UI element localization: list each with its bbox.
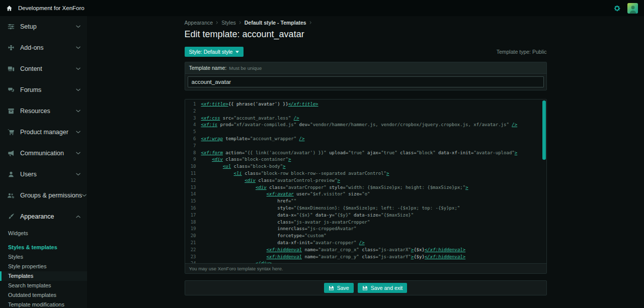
code-line — [201, 129, 540, 136]
sidebar-item-label: Content — [20, 65, 76, 73]
form-actions: Save Save and exit — [185, 280, 547, 295]
sidebar-item-groups-permissions[interactable]: Groups & permissions — [0, 185, 87, 206]
code-line: </div> — [201, 260, 540, 263]
line-number: 7 — [185, 143, 196, 150]
sidebar-subnav: WidgetsStyles & templatesStylesStyle pro… — [0, 227, 87, 308]
line-number: 12 — [185, 177, 196, 184]
code-line: <div class="avatarCropper" style="width:… — [201, 184, 540, 191]
sidebar-item-forums[interactable]: Forums — [0, 79, 87, 100]
forums-icon — [7, 86, 15, 93]
chevron-down-icon — [76, 25, 80, 28]
sidebar-nav: SetupAdd-onsContentForumsResourcesProduc… — [0, 16, 87, 227]
style-selector-label: Style: Default style — [189, 49, 233, 55]
chevron-down-icon — [76, 67, 80, 70]
sidebar-item-setup[interactable]: Setup — [0, 16, 87, 37]
breadcrumb-item[interactable]: Default style - Templates — [245, 20, 306, 26]
chevron-down-icon — [82, 194, 87, 197]
chevron-up-icon — [76, 215, 80, 218]
breadcrumb-item[interactable]: Styles — [221, 20, 236, 26]
line-number: 6 — [185, 136, 196, 143]
user-avatar[interactable] — [627, 3, 638, 14]
home-icon[interactable] — [6, 5, 13, 12]
code-line: <ul class="block-body"> — [201, 163, 540, 170]
chevron-down-icon — [76, 88, 80, 91]
chevron-down-icon — [76, 46, 80, 49]
sidebar-item-widgets[interactable]: Widgets — [0, 229, 87, 238]
template-name-hint: Must be unique — [229, 65, 262, 71]
sidebar-item-outdated-templates[interactable]: Outdated templates — [0, 290, 87, 300]
code-line: <xf:hiddenval name="avatar_crop_x" class… — [201, 247, 540, 254]
sidebar-item-label: Setup — [20, 23, 76, 31]
template-name-input[interactable] — [188, 76, 544, 87]
code-line: <xf:hiddenval name="avatar_crop_y" class… — [201, 254, 540, 261]
code-line: <xf:avatar user="$xf.visitor" size="o" — [201, 191, 540, 198]
sidebar: SetupAdd-onsContentForumsResourcesProduc… — [0, 16, 87, 308]
save-and-exit-button[interactable]: Save and exit — [358, 283, 408, 293]
sidebar-item-communication[interactable]: Communication — [0, 143, 87, 164]
sidebar-item-templates[interactable]: Templates — [0, 271, 87, 281]
sidebar-item-resources[interactable]: Resources — [0, 100, 87, 122]
code-line: data-x="{$x}" data-y="{$y}" data-size="{… — [201, 212, 540, 219]
save-button-label: Save — [337, 285, 349, 291]
app-title[interactable]: Development for XenForo — [18, 5, 85, 11]
line-number: 14 — [185, 191, 196, 198]
editor-gutter: 123456789101112131415161718192021222324 — [185, 99, 199, 263]
chevron-down-icon — [76, 110, 80, 113]
save-icon — [362, 285, 368, 291]
main-content: AppearanceStylesDefault style - Template… — [87, 16, 644, 308]
code-line: <div class="block-container"> — [201, 156, 540, 163]
line-number: 4 — [185, 122, 196, 129]
save-icon — [329, 285, 334, 291]
code-line: <xf:title>{{ phrase('avatar') }}</xf:tit… — [201, 101, 540, 108]
line-number: 19 — [185, 226, 196, 233]
line-number: 10 — [185, 163, 196, 170]
sidebar-item-styles-templates[interactable]: Styles & templates — [0, 243, 87, 252]
sidebar-item-label: Forums — [20, 86, 76, 94]
sidebar-item-styles[interactable]: Styles — [0, 252, 87, 262]
line-number: 24 — [185, 260, 196, 263]
puzzle-icon — [7, 44, 15, 51]
sidebar-item-search-templates[interactable]: Search templates — [0, 281, 87, 290]
chevron-right-icon — [216, 21, 218, 25]
template-name-header: Template name:Must be unique — [185, 62, 546, 74]
resources-icon — [7, 108, 15, 115]
line-number: 2 — [185, 108, 196, 115]
code-line — [201, 143, 540, 150]
line-number: 9 — [185, 156, 196, 163]
line-number: 17 — [185, 212, 196, 219]
sidebar-item-label: Add-ons — [20, 44, 76, 52]
megaphone-icon — [7, 150, 15, 157]
save-button[interactable]: Save — [324, 283, 354, 293]
code-line: innerclass="js-croppedAvatar" — [201, 226, 540, 233]
sidebar-item-content[interactable]: Content — [0, 58, 87, 79]
sidebar-item-product-manager[interactable]: Product manager — [0, 122, 87, 143]
sidebar-item-appearance[interactable]: Appearance — [0, 206, 87, 227]
chevron-right-icon — [309, 21, 312, 25]
code-editor[interactable]: 123456789101112131415161718192021222324 … — [185, 99, 546, 263]
line-number: 8 — [185, 150, 196, 157]
page-title: Edit template: account_avatar — [185, 28, 547, 40]
code-line: <li class="block-row block-row--separate… — [201, 170, 540, 177]
sidebar-item-template-modifications[interactable]: Template modifications — [0, 300, 87, 308]
line-number: 1 — [185, 101, 196, 108]
code-line: <xf:wrap template="account_wrapper" /> — [201, 136, 540, 143]
style-selector-button[interactable]: Style: Default style — [185, 47, 244, 57]
paintbrush-icon — [7, 213, 15, 220]
content-icon — [7, 65, 15, 72]
caret-down-icon — [235, 51, 239, 53]
line-number: 21 — [185, 240, 196, 247]
template-name-block: Template name:Must be unique — [185, 62, 547, 90]
breadcrumb-item[interactable]: Appearance — [185, 20, 213, 26]
code-line: <xf:form action="{{ link('account/avatar… — [201, 150, 540, 157]
sidebar-item-label: Groups & permissions — [20, 191, 82, 199]
sidebar-item-label: Users — [20, 170, 76, 178]
editor-scrollbar-thumb[interactable] — [542, 100, 546, 160]
code-line: style="{$maxDimension}: {$maxSize}px; le… — [201, 205, 540, 212]
sidebar-item-add-ons[interactable]: Add-ons — [0, 37, 87, 58]
sidebar-item-style-properties[interactable]: Style properties — [0, 262, 87, 271]
sidebar-item-users[interactable]: Users — [0, 164, 87, 185]
line-number: 3 — [185, 115, 196, 122]
editor-scrollbar[interactable] — [542, 100, 546, 262]
gears-icon[interactable] — [613, 5, 621, 12]
line-number: 18 — [185, 219, 196, 226]
